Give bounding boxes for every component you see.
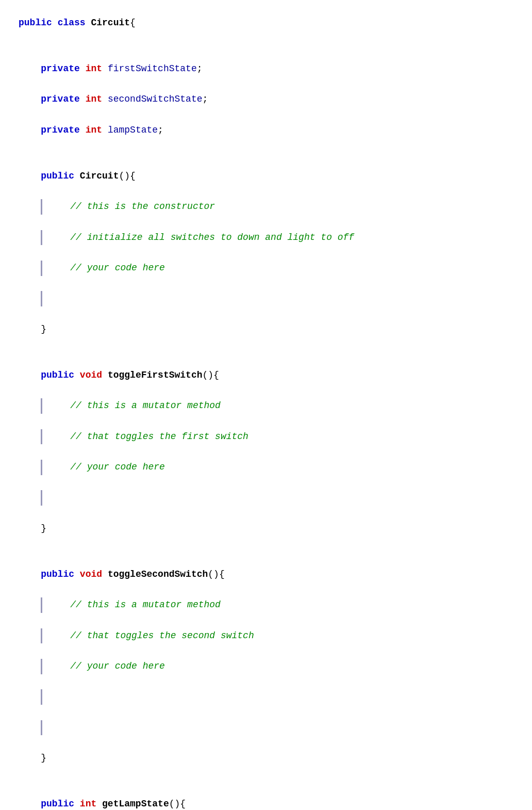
line-25: [19, 689, 513, 705]
line-21: public void toggleSecondSwitch(){: [19, 567, 513, 582]
line-4: private int secondSwitchState;: [19, 92, 513, 107]
code-content: public class Circuit{ private int firstS…: [10, 10, 522, 810]
line-15: // this is a mutator method: [19, 398, 513, 414]
line-22: // this is a mutator method: [19, 597, 513, 613]
line-5: private int lampState;: [19, 123, 513, 138]
line-12: }: [19, 322, 513, 337]
line-24: // your code here: [19, 659, 513, 674]
line-11: [19, 291, 513, 306]
line-27: }: [19, 751, 513, 766]
line-17: // your code here: [19, 460, 513, 475]
line-8: // this is the constructor: [19, 199, 513, 215]
line-10: // your code here: [19, 261, 513, 276]
line-1: public class Circuit{: [19, 15, 513, 31]
line-7: public Circuit(){: [19, 169, 513, 184]
line-16: // that toggles the first switch: [19, 429, 513, 445]
line-29: public int getLampState(){: [19, 797, 513, 810]
line-19: }: [19, 521, 513, 537]
line-14: public void toggleFirstSwitch(){: [19, 368, 513, 383]
line-9: // initialize all switches to down and l…: [19, 230, 513, 246]
line-18: [19, 490, 513, 506]
line-23: // that toggles the second switch: [19, 628, 513, 644]
code-editor: public class Circuit{ private int firstS…: [0, 5, 532, 810]
line-3: private int firstSwitchState;: [19, 61, 513, 77]
line-26: [19, 720, 513, 736]
